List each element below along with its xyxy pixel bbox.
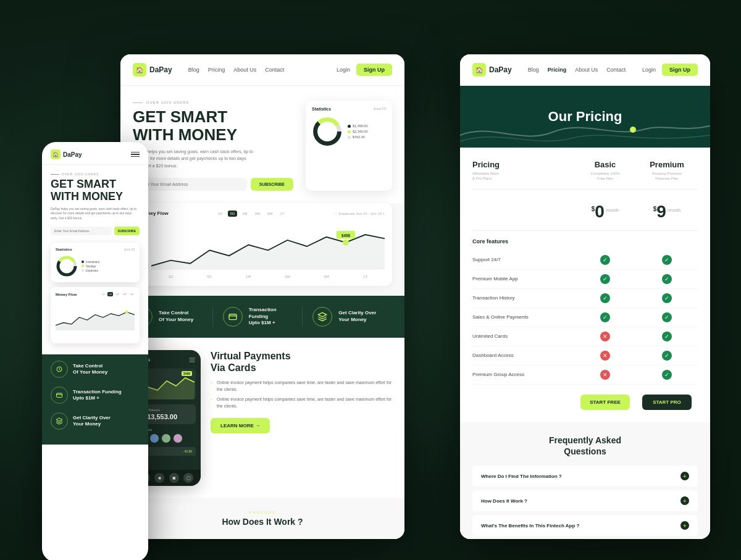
hero-over-text: OVER 1000 USERS [133,101,293,104]
phone-nav-chart[interactable]: ◉ [154,473,164,483]
mobile-feature-icon-2 [51,387,68,404]
hamburger-icon[interactable] [131,152,140,157]
feature-check-group-premium: ✓ [636,370,698,380]
feature-check-cards-basic: ✕ [574,332,636,341]
start-free-button[interactable]: START FREE [580,395,630,410]
mobile-chart-tab-3m[interactable]: 3M [122,292,128,296]
chart-tab-1y[interactable]: 1Y [277,211,287,217]
chart-widget-header: Money Flow 1D 5D 1M 3M 6M 1Y → Expenses … [140,211,385,217]
nav-link-contact[interactable]: Contact [265,67,284,73]
faq-question-3: What's The Benefits In This Fintech App … [481,523,579,529]
check-green-icon: ✓ [662,312,672,322]
phone-menu-icon [188,356,196,364]
desktop-hero: OVER 1000 USERS GET SMART WITH MONEY DaP… [120,86,404,203]
faq-item-2[interactable]: How Does It Work ? + [472,490,698,511]
mobile-chart-tab-1d[interactable]: 1D [101,292,106,296]
pricing-col-title-pricing: Pricing [472,160,574,169]
mobile-over-text: OVER 1000 USERS [51,172,140,176]
learn-more-button[interactable]: LEARN MORE → [211,418,270,433]
mobile-hero: OVER 1000 USERS GET SMART WITH MONEY DaP… [42,165,148,354]
check-red-icon: ✕ [600,351,610,361]
faq-item-3[interactable]: What's The Benefits In This Fintech App … [472,515,698,536]
email-input[interactable] [133,178,247,191]
check-green-icon: ✓ [662,255,672,265]
avatar-4 [173,433,183,443]
feature-text-2: Transaction FundingUpto $1M + [249,307,293,326]
feature-name-mobile: Premium Mobile App [472,276,574,282]
faq-toggle-2[interactable]: + [680,496,689,505]
stats-card-subtitle: June'23 [373,107,386,111]
mobile-mockup: 🏠 DaPay OVER 1000 USERS GET SMART WITH M… [42,142,148,560]
feature-check-group-basic: ✕ [574,370,636,380]
feature-icon-2 [223,307,243,327]
nav-link-blog[interactable]: Blog [188,67,199,73]
nav-link-pricing[interactable]: Pricing [208,67,225,73]
process-section: PROCESS How Does It Work ? 1 Easy Paymen… [120,498,404,539]
mobile-stats-widget: Statistics June'23 Investment Savings Ex… [51,243,140,282]
price-premium: $ 9 /month [636,203,698,220]
virtual-list: Online invoice payment helps companies s… [211,380,392,409]
feature-check-sales-premium: ✓ [636,312,698,322]
feature-text-1: Take ControlOf Your Money [159,310,193,323]
mobile-chart-tab-5d[interactable]: 5D [107,292,113,296]
pricing-nav-login[interactable]: Login [642,67,656,73]
cta-row: START FREE START PRO [472,395,698,410]
mobile-title-line1: GET SMART [51,178,116,190]
mobile-stats-donut: Investment Savings Expenses [56,255,135,277]
chart-tab-5d[interactable]: 5D [228,211,238,217]
feature-col-3: Get Clarity OverYour Money [312,307,392,327]
pricing-nav-pricing[interactable]: Pricing [548,67,567,73]
pricing-nav-blog[interactable]: Blog [528,67,539,73]
chart-tab-6m[interactable]: 6M [265,211,275,217]
nav-signup-button[interactable]: Sign Up [356,64,392,76]
check-green-icon: ✓ [600,293,610,303]
pricing-col-title-basic: Basic [574,160,636,169]
subscribe-row: SUBSCRIBE [133,178,293,191]
feature-row-sales: Sales & Online Payments ✓ ✓ [472,308,698,327]
faq-toggle-3[interactable]: + [680,521,689,530]
stats-legend-items: $1,456.00 $2,340.00 $792.40 [348,124,367,139]
hero-left: OVER 1000 USERS GET SMART WITH MONEY DaP… [133,101,293,191]
nav-login[interactable]: Login [337,67,350,73]
mobile-chart-tab-6m[interactable]: 6M [128,292,135,296]
process-label: PROCESS [133,511,392,514]
avatar-3 [161,433,171,443]
price-row: $ 0 /month $ 9 /month [472,197,698,231]
stats-donut-row: $1,456.00 $2,340.00 $792.40 [312,116,386,147]
feature-row-mobile: Premium Mobile App ✓ ✓ [472,270,698,289]
feature-check-sales-basic: ✓ [574,312,636,322]
chart-tab-3m[interactable]: 3M [253,211,262,217]
mobile-donut-chart [56,255,78,277]
chart-tab-1d[interactable]: 1D [216,211,225,217]
nav-link-about[interactable]: About Us [233,67,256,73]
mobile-email-input[interactable] [51,227,112,235]
pricing-nav-right: Login Sign Up [642,64,698,76]
chart-widget-meta: → Expenses Jun 15 - Jun 18 × [334,212,385,215]
pricing-nav-signup[interactable]: Sign Up [662,64,698,76]
price-basic-num: 0 [595,203,605,220]
mobile-stats-legend: Investment Savings Expenses [82,261,99,272]
mobile-chart-controls: 1D 5D 1M 3M 6M [101,292,135,296]
pricing-table: Pricing Affordable Basic& Pro Plans Basi… [460,148,710,422]
mobile-chart-svg [56,299,135,336]
avatar-2 [149,433,159,443]
pricing-col-subtitle-premium: Amazing PremiumFeatures Plan [636,171,698,182]
chart-tab-1m[interactable]: 1M [240,211,249,217]
pricing-nav-about[interactable]: About Us [575,67,598,73]
mobile-subscribe-row: SUBSCRIBE [51,227,140,235]
subscribe-button[interactable]: SUBSCRIBE [251,178,293,191]
faq-question-1: Where Do I Find The Information ? [481,474,562,479]
phone-nav-card[interactable]: ▣ [169,473,179,483]
check-green-icon: ✓ [662,274,672,284]
faq-title: Frequently AskedQuestions [472,435,698,457]
mobile-chart-tab-1m[interactable]: 1M [114,292,120,296]
price-basic-period: /month [606,208,619,212]
faq-item-1[interactable]: Where Do I Find The Information ? + [472,466,698,487]
faq-toggle-1[interactable]: + [680,472,689,480]
mobile-subscribe-button[interactable]: SUBSCRIBE [114,227,140,235]
pricing-nav-contact[interactable]: Contact [606,67,626,73]
virtual-content: Virtual PaymentsVia Cards Online invoice… [211,350,392,433]
start-pro-button[interactable]: START PRO [642,395,692,410]
desktop-logo: 🏠 DaPay [133,63,172,77]
phone-nav-user[interactable]: ◯ [183,473,193,483]
